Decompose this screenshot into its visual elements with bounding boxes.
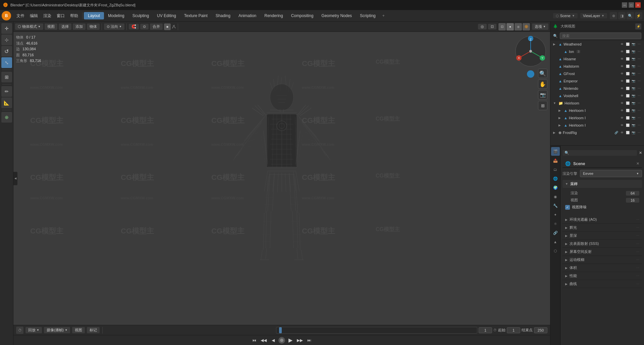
menu-render[interactable]: 渲染: [41, 12, 54, 20]
ssr-section-header[interactable]: ▶ 屏幕空间反射 ⋯: [562, 248, 642, 256]
viewport-normal-btn[interactable]: ⊙ 法向 ▼: [104, 23, 124, 30]
more-gfrost[interactable]: ⋯: [637, 71, 641, 76]
render-emperor[interactable]: 📷: [631, 79, 636, 83]
outliner-item-weathered[interactable]: ▶ ▲ Weathered 👁 ⬜ 📷 ⋯: [550, 41, 644, 48]
tool-cursor[interactable]: ✛: [1, 23, 12, 34]
tab-modeling[interactable]: Modeling: [104, 12, 128, 19]
sss-section-header[interactable]: ▶ 次表面散射 (SSS) ⋯: [562, 240, 642, 248]
vis-emperor[interactable]: 👁: [620, 79, 624, 83]
more-ion[interactable]: ⋯: [637, 49, 641, 54]
grid-btn[interactable]: ⊞: [538, 101, 547, 110]
viewport-view-btn[interactable]: 视图: [45, 23, 57, 30]
prop-tab-physics[interactable]: ⚛: [551, 219, 560, 228]
prop-tab-view-layer[interactable]: 🗂: [551, 165, 560, 174]
prop-tab-material[interactable]: ⬡: [551, 247, 560, 255]
viewport-dropdown-btn[interactable]: 选项 ▼: [532, 23, 548, 30]
vis-frostrig[interactable]: 👁: [620, 130, 624, 135]
more-heirloom3[interactable]: ⋯: [637, 123, 641, 128]
more-voidshell[interactable]: ⋯: [637, 93, 641, 98]
viewport-overlay-btn[interactable]: ◎: [478, 24, 487, 29]
more-hisame[interactable]: ⋯: [637, 57, 641, 61]
more-frostrig[interactable]: ⋯: [637, 130, 641, 135]
viewport-proportional-btn[interactable]: ⊙: [140, 24, 149, 29]
tab-layout[interactable]: Layout: [84, 12, 104, 19]
playback-btn[interactable]: 回放 ▼: [25, 327, 42, 333]
ao-section-header[interactable]: ▶ 环境光遮蔽 (AO) ⋯: [562, 216, 642, 224]
bloom-section-header[interactable]: ▶ 辉光 ⋯: [562, 224, 642, 232]
tab-compositing[interactable]: Compositing: [287, 12, 318, 19]
play-btn[interactable]: ▶: [286, 336, 294, 344]
motion-blur-section-header[interactable]: ▶ 运动模糊 ⋯: [562, 256, 642, 264]
outliner-filter-btn[interactable]: ⚡: [635, 23, 641, 29]
viewport-mode-dropdown[interactable]: ⬡ 物体模式 ▼: [15, 23, 43, 30]
gizmo-perspective-dot[interactable]: [527, 70, 534, 78]
performance-section-header[interactable]: ▶ 性能 ⋯: [562, 272, 642, 280]
render-weathered[interactable]: 📷: [631, 42, 636, 47]
maximize-button[interactable]: □: [629, 2, 634, 8]
outliner-item-heirloom[interactable]: ▼ 📁 Heirloom 👁 ⬜ 📷 ⋯: [550, 99, 644, 107]
vis-hisame[interactable]: 👁: [620, 57, 624, 61]
outliner-item-gfrost[interactable]: ▲ GFrost 👁 ⬜ 📷 ⋯: [550, 70, 644, 77]
denoise-checkbox[interactable]: ✓: [565, 205, 570, 210]
sel-ion[interactable]: ⬜: [625, 49, 630, 54]
prop-tab-scene[interactable]: 🌐: [551, 174, 560, 183]
props-search-input[interactable]: [571, 151, 635, 155]
prop-tab-object[interactable]: ◉: [551, 192, 560, 201]
more-emperor[interactable]: ⋯: [637, 79, 641, 83]
prop-tab-world[interactable]: 🌍: [551, 183, 560, 192]
volume-section-header[interactable]: ▶ 体积 ⋯: [562, 264, 642, 272]
viewport-blend-btn[interactable]: 合并: [150, 23, 163, 30]
vis-heirloom3[interactable]: 👁: [620, 123, 624, 128]
end-frame-input[interactable]: [534, 327, 547, 333]
sel-gfrost[interactable]: ⬜: [625, 71, 630, 76]
tab-animation[interactable]: Animation: [234, 12, 260, 19]
outliner-item-frostrig[interactable]: ▶ ⊕ FrostRig 🔗 👁 ⬜ 📷 ⋯: [550, 129, 644, 136]
shading-render[interactable]: 🔆: [523, 23, 530, 30]
camera-btn[interactable]: 📷: [538, 90, 547, 99]
header-icon-1[interactable]: ⊕: [610, 12, 617, 19]
viewport-select-btn[interactable]: 选择: [59, 23, 71, 30]
outliner-item-voidshell[interactable]: ▲ Voidshell 👁 ⬜ 📷 ⋯: [550, 92, 644, 99]
render-heirloom[interactable]: 📷: [631, 101, 636, 106]
viewport-samples-value[interactable]: 16: [626, 198, 639, 203]
render-gfrost[interactable]: 📷: [631, 71, 636, 76]
outliner-item-heirloom-1[interactable]: ▶ ▲ Heirloom I 👁 ⬜ 📷 ⋯: [550, 107, 644, 114]
current-frame-input[interactable]: [479, 327, 492, 333]
timeline-toggle[interactable]: ⏱: [16, 327, 23, 334]
sel-emperor[interactable]: ⬜: [625, 79, 630, 83]
sel-hailstorm[interactable]: ⬜: [625, 64, 630, 69]
dof-section-header[interactable]: ▶ 景深 ⋯: [562, 232, 642, 240]
view-layer-selector[interactable]: ViewLayer ▼: [580, 13, 607, 18]
play-reverse-btn[interactable]: ◀: [269, 336, 277, 344]
tab-geometry-nodes[interactable]: Geometry Nodes: [317, 12, 356, 19]
render-voidshell[interactable]: 📷: [631, 93, 636, 98]
search-icon[interactable]: 🔍: [627, 12, 634, 19]
sel-weathered[interactable]: ⬜: [625, 42, 630, 47]
sel-nintendo[interactable]: ⬜: [625, 86, 630, 91]
more-heirloom2[interactable]: ⋯: [637, 116, 641, 120]
outliner-item-heirloom-2[interactable]: ▶ ▲ Heirloom I 👁 ⬜ 📷 ⋯: [550, 114, 644, 122]
more-nintendo[interactable]: ⋯: [637, 86, 641, 91]
render-heirloom3[interactable]: 📷: [631, 123, 636, 128]
more-hailstorm[interactable]: ⋯: [637, 64, 641, 69]
outliner-item-hailstorm[interactable]: ▲ Hailstorm 👁 ⬜ 📷 ⋯: [550, 63, 644, 70]
render-ion[interactable]: 📷: [631, 49, 636, 54]
sampling-header[interactable]: 采样: [562, 180, 642, 188]
more-heirloom1[interactable]: ⋯: [637, 108, 641, 113]
sel-voidshell[interactable]: ⬜: [625, 93, 630, 98]
shading-material[interactable]: ◉: [515, 23, 522, 30]
tool-rotate[interactable]: ↺: [1, 46, 12, 57]
sel-hisame[interactable]: ⬜: [625, 57, 630, 61]
view-playback-btn[interactable]: 视图: [72, 327, 85, 333]
vis-weathered[interactable]: 👁: [620, 42, 624, 47]
header-icon-2[interactable]: ◨: [618, 12, 626, 19]
render-hisame[interactable]: 📷: [631, 57, 636, 61]
vis-hailstorm[interactable]: 👁: [620, 64, 624, 69]
link-frostrig[interactable]: 🔗: [614, 130, 619, 135]
minimize-button[interactable]: ─: [622, 2, 627, 8]
shading-wire[interactable]: ⊡: [498, 23, 506, 30]
more-heirloom[interactable]: ⋯: [637, 101, 641, 106]
sel-heirloom1[interactable]: ⬜: [625, 108, 630, 113]
props-options-btn[interactable]: ✕: [639, 151, 642, 155]
vis-heirloom[interactable]: 👁: [620, 101, 624, 106]
